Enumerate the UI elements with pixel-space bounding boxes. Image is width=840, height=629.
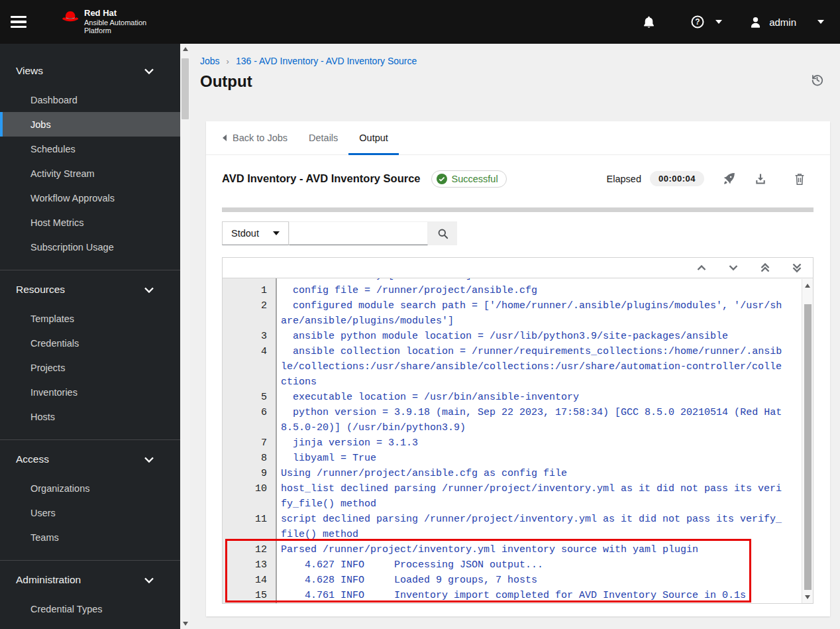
log-scrollbar[interactable] [802,279,813,603]
user-icon [749,15,762,29]
output-source-select[interactable]: Stdout [222,221,289,245]
download-output-button[interactable] [754,172,767,186]
nav-group-views: Views Dashboard Jobs Schedules Activity … [0,52,180,270]
nav-group-access: Access Organizations Users Teams [0,439,180,560]
sidebar-item-subscription-usage[interactable]: Subscription Usage [0,235,180,259]
chevron-down-icon [715,20,722,24]
chevron-down-icon [144,577,154,583]
log-line[interactable]: 10host_list declined parsing /runner/pro… [223,481,791,512]
log-line[interactable]: 7 jinja version = 3.1.3 [223,435,791,451]
sidebar-item-credential-types[interactable]: Credential Types [0,597,180,621]
nav-group-administration-header[interactable]: Administration [0,561,180,597]
log-line[interactable]: 5 executable location = /usr/bin/ansible… [223,390,791,405]
sidebar-item-credentials[interactable]: Credentials [0,331,180,355]
scrollbar-thumb[interactable] [182,58,189,119]
double-chevron-up-icon [760,262,770,273]
sidebar-item-organizations[interactable]: Organizations [0,476,180,500]
chevron-up-icon [696,264,707,272]
log-line[interactable]: 3 ansible python module location = /usr/… [223,329,791,344]
notifications-button[interactable] [642,15,656,29]
caret-down-icon [273,231,280,235]
chevron-down-icon [144,68,154,74]
chevron-down-icon [144,457,154,463]
log-line[interactable]: 6 python version = 3.9.18 (main, Sep 22 … [223,405,791,435]
log-line[interactable]: 4 ansible collection location = /runner/… [223,344,791,390]
brand-logo: Red Hat Ansible Automation Platform [61,9,146,35]
breadcrumb: Jobs › 136 - AVD Inventory - AVD Invento… [200,56,830,66]
chevron-down-icon [817,20,824,24]
breadcrumb-jobs-link[interactable]: Jobs [200,56,220,66]
nav-group-views-header[interactable]: Views [0,52,180,87]
log-line[interactable]: 9Using /runner/project/ansible.cfg as co… [223,466,791,481]
chevron-down-icon [728,264,739,272]
status-badge: Successful [431,170,507,188]
nav-group-access-header[interactable]: Access [0,440,180,476]
highlighted-log-lines: 12Parsed /runner/project/inventory.yml i… [223,542,791,603]
history-button[interactable] [810,73,824,87]
search-icon [437,227,449,240]
sidebar-item-hosts[interactable]: Hosts [0,404,180,429]
log-line[interactable]: 1 config file = /runner/project/ansible.… [223,283,791,298]
scrollbar-down-arrow[interactable] [180,618,190,629]
scroll-to-top-button[interactable] [759,262,772,273]
sidebar-item-templates[interactable]: Templates [0,306,180,331]
nav-group-resources: Resources Templates Credentials Projects… [0,270,180,439]
sidebar-item-teams[interactable]: Teams [0,525,180,549]
redhat-logo-icon [61,10,79,23]
sidebar-item-dashboard[interactable]: Dashboard [0,87,180,112]
sidebar-scrollbar[interactable] [180,44,190,629]
log-line[interactable]: 14 4.628 INFO Loaded 9 groups, 7 hosts [223,573,791,588]
tab-back-to-jobs[interactable]: Back to Jobs [212,121,298,154]
scrollbar-up-arrow[interactable] [180,44,190,54]
log-line[interactable]: 11script declined parsing /runner/projec… [223,512,791,542]
sidebar-item-users[interactable]: Users [0,500,180,525]
chevron-down-icon [144,287,154,293]
sidebar-item-host-metrics[interactable]: Host Metrics [0,210,180,235]
sidebar-item-projects[interactable]: Projects [0,355,180,380]
job-output-card: Back to Jobs Details Output AVD Inventor… [206,121,830,616]
top-navbar: Red Hat Ansible Automation Platform ? ad… [0,0,840,44]
log-line[interactable]: 12Parsed /runner/project/inventory.yml i… [223,542,791,557]
nav-group-administration: Administration Credential Types [0,560,180,629]
scrollbar-thumb[interactable] [804,304,812,590]
scroll-to-bottom-button[interactable] [790,262,804,273]
brand-product-line2: Platform [84,27,146,35]
sidebar-item-activity-stream[interactable]: Activity Stream [0,161,180,186]
tabs: Back to Jobs Details Output [206,121,830,155]
scrollbar-up-arrow[interactable] [802,280,813,291]
scroll-next-button[interactable] [727,264,740,272]
nav-group-resources-header[interactable]: Resources [0,270,180,306]
user-menu-button[interactable]: admin [749,15,824,29]
log-line[interactable]: 8 libyaml = True [223,451,791,466]
breadcrumb-job-link[interactable]: 136 - AVD Inventory - AVD Inventory Sour… [236,56,417,66]
log-line[interactable]: 13 4.627 INFO Processing JSON output... [223,557,791,573]
output-log-panel: ansible-inventory [core 2.15.12] 1 confi… [222,257,814,604]
sidebar-item-workflow-approvals[interactable]: Workflow Approvals [0,186,180,210]
help-menu-button[interactable]: ? [690,15,722,29]
tab-output[interactable]: Output [348,121,399,154]
check-circle-icon [437,174,447,184]
log-line[interactable]: 15 4.761 INFO Inventory import completed… [223,588,791,603]
sidebar-item-jobs[interactable]: Jobs [0,112,180,137]
search-input[interactable] [289,221,428,245]
double-chevron-down-icon [792,262,802,273]
hamburger-icon [11,16,26,19]
bell-icon [642,15,656,29]
log-viewport: ansible-inventory [core 2.15.12] 1 confi… [223,278,813,603]
brand-product-line1: Ansible Automation [84,19,146,27]
relaunch-button[interactable] [722,172,736,186]
tab-details[interactable]: Details [298,121,348,154]
sidebar-item-schedules[interactable]: Schedules [0,137,180,161]
log-line[interactable]: ansible-inventory [core 2.15.12] [223,278,791,283]
elapsed-time-badge: 00:00:04 [650,171,704,186]
delete-job-button[interactable] [794,172,806,186]
page-title: Output [200,72,830,91]
log-line[interactable]: 2 configured module search path = ['/hom… [223,298,791,329]
download-icon [754,172,767,186]
scrollbar-down-arrow[interactable] [802,592,813,602]
question-circle-icon: ? [690,15,705,29]
sidebar-item-inventories[interactable]: Inventories [0,380,180,404]
search-button[interactable] [428,221,457,245]
scroll-previous-button[interactable] [695,264,708,272]
nav-toggle-button[interactable] [11,9,37,35]
